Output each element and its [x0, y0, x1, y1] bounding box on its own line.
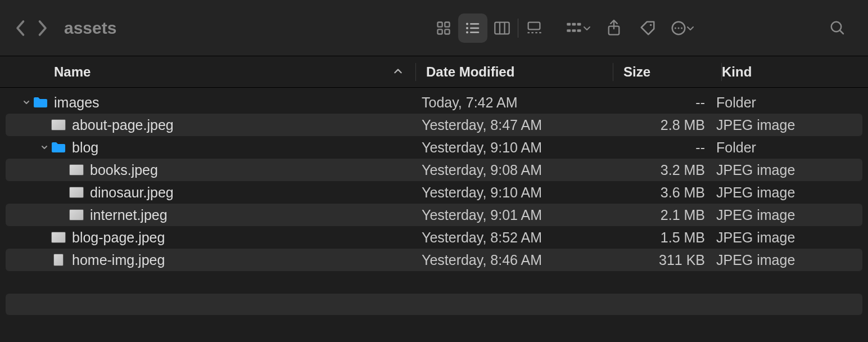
- column-size-label: Size: [623, 64, 650, 80]
- cell-size: 3.6 MB: [608, 184, 716, 201]
- footer-strip: [6, 294, 862, 315]
- file-name: dinosaur.jpeg: [90, 184, 174, 201]
- svg-line-31: [840, 30, 843, 33]
- cell-kind: JPEG image: [716, 207, 862, 223]
- cell-name: blog-page.jpeg: [6, 230, 412, 246]
- cell-date: Yesterday, 9:08 AM: [412, 162, 608, 178]
- icon-view-button[interactable]: [429, 14, 458, 43]
- file-row[interactable]: internet.jpegYesterday, 9:01 AM2.1 MBJPE…: [6, 204, 862, 226]
- svg-rect-5: [470, 23, 479, 25]
- cell-kind: JPEG image: [716, 162, 862, 178]
- file-name: blog: [72, 140, 98, 156]
- folder-icon: [51, 141, 66, 154]
- image-file-icon: [51, 254, 66, 266]
- column-date-label: Date Modified: [426, 64, 514, 80]
- column-kind-label: Kind: [722, 64, 752, 80]
- file-list: imagesToday, 7:42 AM--Folderabout-page.j…: [0, 88, 868, 274]
- cell-kind: JPEG image: [716, 230, 862, 246]
- cell-date: Yesterday, 8:46 AM: [412, 252, 608, 268]
- window-title: assets: [64, 19, 116, 38]
- share-button[interactable]: [599, 14, 629, 43]
- cell-size: 311 KB: [608, 252, 716, 268]
- column-name-label: Name: [54, 64, 91, 80]
- cell-kind: Folder: [716, 94, 862, 111]
- file-name: internet.jpeg: [90, 207, 168, 223]
- file-row[interactable]: about-page.jpegYesterday, 8:47 AM2.8 MBJ…: [6, 114, 862, 136]
- cell-kind: JPEG image: [716, 117, 862, 133]
- file-row[interactable]: books.jpegYesterday, 9:08 AM3.2 MBJPEG i…: [6, 159, 862, 181]
- cell-date: Today, 7:42 AM: [412, 94, 608, 111]
- file-name: about-page.jpeg: [72, 117, 174, 133]
- folder-icon: [33, 96, 48, 109]
- cell-date: Yesterday, 9:10 AM: [412, 140, 608, 156]
- cell-name: home-img.jpeg: [6, 252, 412, 268]
- cell-size: 1.5 MB: [608, 230, 716, 246]
- file-row[interactable]: home-img.jpegYesterday, 8:46 AM311 KBJPE…: [6, 249, 862, 271]
- toolbar: assets: [0, 0, 868, 56]
- list-view-button[interactable]: [458, 14, 487, 43]
- chevron-down-icon: [582, 24, 591, 33]
- column-name[interactable]: Name: [0, 56, 415, 87]
- forward-button[interactable]: [37, 20, 47, 37]
- image-file-icon: [69, 209, 84, 221]
- file-row[interactable]: blogYesterday, 9:10 AM--Folder: [6, 136, 862, 159]
- cell-name: blog: [6, 140, 412, 156]
- svg-rect-19: [572, 22, 576, 25]
- tags-button[interactable]: [633, 14, 662, 43]
- svg-rect-21: [567, 29, 571, 32]
- cell-name: books.jpeg: [6, 162, 412, 178]
- svg-rect-20: [577, 22, 581, 25]
- toolbar-divider: [518, 19, 518, 38]
- file-name: books.jpeg: [90, 162, 158, 178]
- chevron-down-icon: [686, 24, 695, 33]
- disclosure-triangle[interactable]: [20, 98, 33, 106]
- group-by-button[interactable]: [562, 14, 595, 43]
- gallery-view-button[interactable]: [519, 14, 549, 43]
- disclosure-triangle[interactable]: [38, 143, 51, 151]
- svg-rect-2: [437, 29, 442, 34]
- file-row[interactable]: dinosaur.jpegYesterday, 9:10 AM3.6 MBJPE…: [6, 181, 862, 204]
- svg-point-25: [650, 24, 652, 26]
- svg-point-6: [466, 27, 468, 29]
- image-file-icon: [51, 231, 66, 244]
- file-row[interactable]: imagesToday, 7:42 AM--Folder: [6, 91, 862, 114]
- cell-kind: JPEG image: [716, 252, 862, 268]
- svg-point-28: [677, 27, 679, 29]
- column-header: Name Date Modified Size Kind: [0, 56, 868, 88]
- cell-size: 3.2 MB: [608, 162, 716, 178]
- cell-size: 2.1 MB: [608, 207, 716, 223]
- cell-size: 2.8 MB: [608, 117, 716, 133]
- cell-date: Yesterday, 9:10 AM: [412, 184, 608, 201]
- svg-point-8: [466, 31, 468, 33]
- image-file-icon: [51, 119, 66, 131]
- file-row[interactable]: blog-page.jpegYesterday, 8:52 AM1.5 MBJP…: [6, 226, 862, 249]
- column-view-button[interactable]: [487, 14, 517, 43]
- svg-rect-1: [445, 22, 449, 26]
- nav-group: [16, 20, 47, 37]
- svg-point-4: [466, 22, 468, 25]
- svg-rect-3: [445, 29, 449, 34]
- column-size[interactable]: Size: [613, 56, 721, 87]
- more-button[interactable]: [667, 14, 698, 43]
- sort-indicator-icon: [393, 64, 403, 80]
- column-date[interactable]: Date Modified: [416, 56, 613, 87]
- cell-size: --: [608, 94, 716, 111]
- cell-name: internet.jpeg: [6, 207, 412, 223]
- svg-point-27: [675, 27, 676, 29]
- svg-rect-0: [437, 22, 442, 26]
- back-button[interactable]: [16, 20, 26, 37]
- svg-rect-10: [495, 22, 509, 34]
- search-button[interactable]: [823, 14, 852, 43]
- file-name: home-img.jpeg: [72, 252, 165, 268]
- cell-size: --: [608, 140, 716, 156]
- column-kind[interactable]: Kind: [722, 56, 868, 87]
- svg-rect-18: [567, 22, 571, 25]
- svg-rect-13: [528, 22, 540, 29]
- cell-name: images: [6, 94, 412, 111]
- file-name: images: [54, 94, 100, 111]
- cell-kind: Folder: [716, 140, 862, 156]
- cell-date: Yesterday, 8:52 AM: [412, 230, 608, 246]
- svg-rect-22: [572, 29, 576, 32]
- cell-kind: JPEG image: [716, 184, 862, 201]
- toolbar-right-group: [562, 14, 698, 43]
